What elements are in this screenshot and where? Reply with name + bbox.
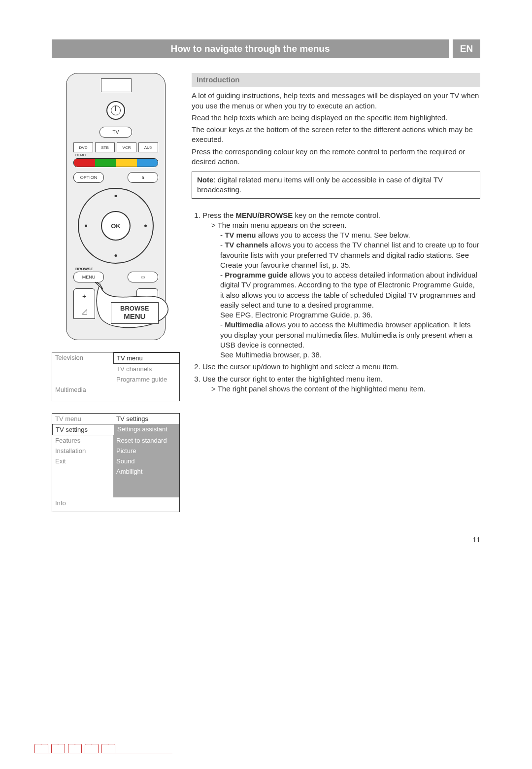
step-1-sub: The main menu appears on the screen.	[211, 220, 480, 230]
note-label: Note	[197, 175, 213, 184]
step-3-sub: The right panel shows the content of the…	[211, 384, 480, 394]
page-title: How to navigate through the menus	[52, 39, 449, 58]
demo-label: DEMO	[75, 153, 86, 157]
step-1b: TV channels allows you to access the TV …	[220, 240, 480, 270]
step-1d: Multimedia allows you to access the Mult…	[220, 320, 480, 350]
source-stb: STB	[95, 142, 115, 152]
menu2-settings-assistant: Settings assistant	[114, 424, 179, 435]
tv-menu-preview: TV menu TV settings TV settings Settings…	[52, 413, 180, 512]
guide-button: ▭	[128, 272, 158, 282]
step-1c: Programme guide allows you to access det…	[220, 270, 480, 310]
menu2-header-right: TV settings	[113, 414, 179, 424]
step-3: Use the cursor right to enter the highli…	[202, 374, 480, 394]
menu1-tv-menu: TV menu	[113, 352, 179, 364]
step-1: Press the MENU/BROWSE key on the remote …	[202, 210, 480, 360]
ir-window	[101, 78, 132, 92]
intro-p1: A lot of guiding instructions, help text…	[192, 91, 480, 111]
menu2-tv-settings: TV settings	[52, 424, 114, 435]
menu2-sound: Sound	[113, 456, 179, 466]
language-badge: EN	[453, 39, 480, 58]
note-text: : digital related menu items will only b…	[197, 175, 443, 194]
source-dvd: DVD	[73, 142, 93, 152]
step-1c-see: See EPG, Electronic Programme Guide, p. …	[220, 310, 480, 320]
menu2-header-left: TV menu	[52, 414, 113, 424]
option-button: OPTION	[73, 172, 104, 183]
menu2-reset: Reset to standard	[113, 435, 179, 446]
intro-p4: Press the corresponding colour key on th…	[192, 147, 480, 167]
menu2-picture: Picture	[113, 446, 179, 456]
power-icon	[106, 101, 125, 120]
source-vcr: VCR	[117, 142, 136, 152]
browse-menu-callout: BROWSE MENU	[100, 291, 174, 337]
step-2: Use the cursor up/down to highlight and …	[202, 362, 480, 372]
menu1-multimedia: Multimedia	[52, 384, 113, 395]
source-aux: AUX	[138, 142, 158, 152]
menu2-info: Info	[52, 497, 179, 512]
browse-label: BROWSE	[75, 267, 93, 271]
step-1d-see: See Multimedia browser, p. 38.	[220, 350, 480, 360]
ok-button: OK	[101, 211, 131, 241]
step-1a: TV menu allows you to access the TV menu…	[220, 230, 480, 240]
callout-browse: BROWSE	[120, 305, 149, 312]
menu1-programme-guide: Programme guide	[113, 374, 179, 384]
menu2-ambilight: Ambilight	[113, 466, 179, 477]
callout-menu: MENU	[120, 312, 149, 320]
note-box: Note: digital related menu items will on…	[192, 172, 480, 199]
page-number: 11	[472, 536, 480, 544]
main-menu-preview: Television TV menu TV channels Programme…	[52, 352, 180, 401]
menu2-exit: Exit	[52, 456, 113, 466]
a-button: a	[128, 172, 158, 183]
menu-button: MENU	[73, 272, 104, 282]
menu1-tv-channels: TV channels	[113, 364, 179, 374]
navigation-ring: OK	[78, 188, 154, 264]
menu2-installation: Installation	[52, 446, 113, 456]
tv-button: TV	[100, 127, 132, 138]
menu1-television: Television	[52, 352, 113, 364]
intro-p3: The colour keys at the bottom of the scr…	[192, 125, 480, 145]
section-heading: Introduction	[192, 73, 480, 87]
remote-control-illustration: TV DVD STB VCR AUX DEMO OPTION a	[66, 73, 166, 340]
color-keys	[73, 158, 158, 167]
intro-p2: Read the help texts which are being disp…	[192, 113, 480, 123]
menu2-features: Features	[52, 435, 113, 446]
